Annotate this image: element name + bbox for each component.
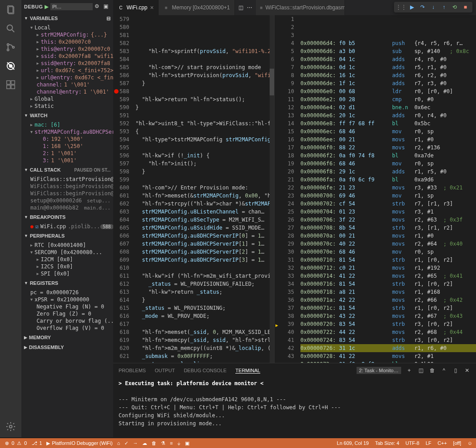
callstack-frame[interactable]: WiFiClass::beginProvision@ — [21, 183, 113, 190]
explorer-icon[interactable] — [5, 4, 16, 15]
debug-config-select[interactable]: Pl… — [50, 3, 93, 10]
register-flag[interactable]: Zero Flag (Z) = 0 — [21, 310, 113, 317]
continue-icon[interactable]: ▶ — [408, 4, 415, 11]
collapse-all-icon[interactable]: ⊟ — [107, 16, 111, 21]
maximize-panel-icon[interactable]: ^ — [440, 367, 447, 374]
panel-tab[interactable]: TERMINAL — [235, 368, 260, 374]
watch-child[interactable]: 3: 1 '\001' — [21, 157, 113, 164]
watch-child[interactable]: 0: 192 '\300' — [21, 136, 113, 143]
close-panel-icon[interactable]: ✕ — [464, 367, 471, 374]
status-clean-icon[interactable]: ☁ — [142, 440, 147, 446]
variable-row[interactable]: channel@entry: 1 '\001' — [21, 88, 113, 95]
step-over-icon[interactable]: ↷ — [419, 4, 426, 11]
new-terminal-icon[interactable]: + — [406, 367, 413, 374]
panel-tab[interactable]: PROBLEMS — [119, 368, 146, 374]
panel-tab[interactable]: OUTPUT — [155, 368, 175, 374]
gear-icon[interactable]: ⚙ — [94, 3, 102, 10]
variable-row[interactable]: ▶this@entry: 0x200007c0 <... — [21, 45, 113, 53]
stop-icon[interactable]: ■ — [462, 4, 469, 11]
kill-terminal-icon[interactable]: 🗑 — [429, 367, 436, 374]
split-editor-icon[interactable]: ◫ — [238, 4, 243, 11]
code-lines[interactable]: "hl-fn">sprintf(provSsid, "wifi101-%.2X%… — [135, 47, 274, 363]
watch-child[interactable]: 2: 1 '\001' — [21, 150, 113, 157]
split-terminal-icon[interactable]: ◫ — [417, 367, 424, 374]
close-tab-icon[interactable]: × — [150, 4, 154, 11]
scope-static[interactable]: ▶Static — [21, 103, 113, 110]
callstack-frame[interactable]: WiFiClass::startProvision@ — [21, 176, 113, 183]
status-port[interactable]: [off] — [453, 440, 461, 446]
status-errors[interactable]: ⊗0⚠0 — [4, 440, 27, 446]
status-trash-icon[interactable]: 🗑 — [152, 440, 156, 446]
restart-icon[interactable]: ⟲ — [451, 4, 458, 11]
step-into-icon[interactable]: ↓ — [430, 4, 437, 11]
status-build-icon[interactable]: ✓ — [124, 440, 128, 446]
variable-row[interactable]: ▶url@entry: 0xd67c <_fin... — [21, 74, 113, 81]
peripherals-header[interactable]: ▼PERIPHERALS — [21, 231, 113, 241]
watch-header[interactable]: ▼WATCH — [21, 111, 113, 120]
peripheral-item[interactable]: ▼SERCOM0 [0x4200080... — [21, 249, 113, 256]
debug-icon[interactable] — [5, 61, 16, 71]
callstack-frame[interactable]: WiFiClass::beginProvision@ — [21, 190, 113, 197]
peripheral-item[interactable]: ▶RTC [0x40001400] — [21, 242, 113, 249]
register-item[interactable]: ▼xPSR = 0x21000000 — [21, 296, 113, 303]
status-lang[interactable]: C++ — [438, 440, 447, 446]
step-out-icon[interactable]: ↑ — [440, 4, 447, 11]
editor-tab[interactable]: CWiFi.cpp× — [113, 0, 159, 15]
disasm-lines[interactable]: 0x000006d4: f0 b5 push{r4, r5, r6, r…0x0… — [300, 39, 476, 363]
disassembly-header[interactable]: ▶DISASSEMBLY — [21, 342, 113, 352]
register-flag[interactable]: Carry or borrow flag (... — [21, 317, 113, 325]
register-item[interactable]: pc = 0x00000726 — [21, 289, 113, 296]
breakpoint-item[interactable]: ●☑WiFi.cpp.piolib...588 — [21, 223, 113, 230]
status-test-icon[interactable]: ⚗ — [161, 440, 165, 446]
callstack-frame[interactable]: main@0x00006b82main.d... — [21, 204, 113, 211]
memory-header[interactable]: ▶MEMORY — [21, 333, 113, 342]
status-branch[interactable]: ⎇1 — [31, 440, 42, 446]
search-icon[interactable] — [5, 23, 16, 34]
more-actions-icon[interactable]: ⋯ — [247, 4, 252, 11]
terminal-select[interactable]: 2: Task - Monito… — [357, 367, 401, 374]
variable-row[interactable]: channel: 1 '\001' — [21, 81, 113, 88]
watch-item[interactable]: ▼strM2MAPConfig.au8DHCPSer... — [21, 128, 113, 136]
status-terminal-icon[interactable]: ▣ — [185, 440, 189, 446]
source-control-icon[interactable] — [5, 42, 16, 53]
scope-global[interactable]: ▶Global — [21, 95, 113, 103]
status-tasks-icon[interactable]: ≡ — [170, 440, 172, 446]
watch-item[interactable]: ▶mac: [6] — [21, 121, 113, 128]
debug-console-icon[interactable]: ▣ — [103, 3, 111, 10]
editor-tab[interactable]: ≡Memory [0x42000800+1 — [159, 0, 235, 15]
variable-row[interactable]: ▶strM2MAPConfig: {...} — [21, 31, 113, 38]
variable-row[interactable]: ▶this: 0x200007c0 — [21, 38, 113, 45]
registers-header[interactable]: ▼REGISTERS — [21, 278, 113, 288]
scope-local[interactable]: ▼Local — [21, 24, 113, 31]
status-serial-icon[interactable]: ⏚ — [177, 440, 181, 446]
grip-icon[interactable]: ⋮⋮ — [398, 4, 405, 11]
watch-child[interactable]: 1: 168 '\250' — [21, 143, 113, 150]
editor-tab[interactable]: ≡WiFiClass::startProvision.dbgasm — [256, 0, 345, 15]
variable-row[interactable]: ▶url: 0xd67c <_fini+752>... — [21, 67, 113, 74]
move-panel-icon[interactable]: ▯ — [452, 367, 459, 374]
status-eol[interactable]: LF — [426, 440, 431, 446]
settings-gear-icon[interactable] — [5, 421, 16, 432]
breakpoint-dot[interactable] — [114, 89, 119, 94]
peripheral-child[interactable]: ▶SPI [0x0] — [21, 270, 113, 277]
status-home-icon[interactable]: ⌂ — [117, 440, 120, 446]
extensions-icon[interactable] — [5, 79, 16, 90]
start-debug-icon[interactable]: ▶ — [45, 4, 49, 10]
peripheral-child[interactable]: ▶I2CM [0x0] — [21, 256, 113, 263]
callstack-frame[interactable]: setup@0x000002d6setup... — [21, 197, 113, 204]
minimap[interactable] — [270, 15, 274, 363]
breakpoints-header[interactable]: ▼BREAKPOINTS — [21, 212, 113, 222]
register-flag[interactable]: Negative Flag (N) = 0 — [21, 303, 113, 310]
status-encoding[interactable]: UTF-8 — [406, 440, 419, 446]
status-lncol[interactable]: Ln 609, Col 19 — [337, 440, 369, 446]
status-tabsize[interactable]: Tab Size: 4 — [375, 440, 399, 446]
status-feedback-icon[interactable]: ☺ — [468, 440, 472, 446]
status-upload-icon[interactable]: → — [133, 440, 138, 446]
variable-row[interactable]: ▶ssid: 0x20007fa8 "wifi1... — [21, 53, 113, 60]
peripheral-child[interactable]: ▶I2CS [0x0] — [21, 263, 113, 270]
variable-row[interactable]: ▶ssid@entry: 0x20007fa8 ... — [21, 60, 113, 67]
register-flag[interactable]: Overflow Flag (V) = 0 — [21, 325, 113, 332]
terminal[interactable]: > Executing task: platformio device moni… — [113, 378, 476, 437]
panel-tab[interactable]: DEBUG CONSOLE — [184, 368, 226, 374]
status-debugger[interactable]: ▶ PlatformIO Debugger (WiFi) — [46, 440, 112, 446]
